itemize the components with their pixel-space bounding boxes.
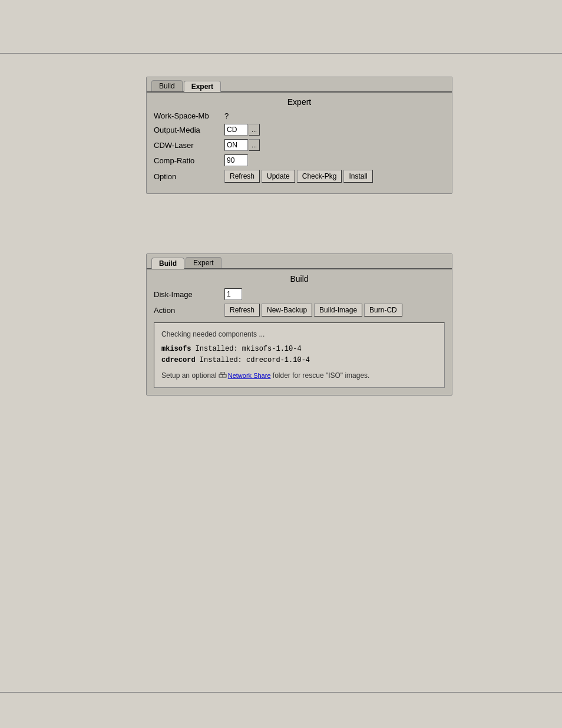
build-panel-content: Build Disk-Image Action Refresh New-Back…	[147, 269, 452, 395]
cdw-laser-label: CDW-Laser	[154, 141, 224, 150]
cdw-laser-btn[interactable]: ...	[249, 139, 260, 151]
output-media-btn[interactable]: ...	[249, 124, 260, 136]
tab-build-build[interactable]: Build	[151, 258, 184, 269]
expert-update-button[interactable]: Update	[262, 170, 295, 183]
build-output-area: Checking needed components ... mkisofs I…	[154, 322, 445, 388]
expert-panel-title: Expert	[154, 97, 445, 107]
output-media-input-group: ...	[224, 124, 260, 136]
cdrecord-cmd: cdrecord	[161, 356, 196, 364]
checking-text: Checking needed components ...	[161, 329, 437, 340]
network-share-label: Network Share	[228, 371, 271, 381]
output-media-input[interactable]	[224, 124, 248, 136]
workspace-value: ?	[224, 111, 229, 120]
expert-panel-content: Expert Work-Space-Mb ? Output-Media ... …	[147, 93, 452, 193]
tab-expert-build[interactable]: Expert	[186, 257, 222, 268]
build-button-row: Refresh New-Backup Build-Image Burn-CD	[224, 304, 404, 317]
expert-refresh-button[interactable]: Refresh	[224, 170, 260, 183]
output-media-label: Output-Media	[154, 126, 224, 134]
mkisofs-detail: Installed: mkisofs-1.10-4	[191, 345, 301, 353]
comp-ratio-label: Comp-Ratio	[154, 156, 224, 165]
setup-suffix: folder for rescue "ISO" images.	[271, 371, 370, 380]
cdw-laser-input-group: ...	[224, 139, 260, 151]
comp-ratio-row: Comp-Ratio	[154, 154, 445, 166]
svg-rect-1	[221, 372, 224, 374]
build-action-label: Action	[154, 306, 224, 315]
build-buildimage-button[interactable]: Build-Image	[314, 304, 362, 317]
expert-tab-row: Build Expert	[147, 77, 452, 93]
build-refresh-button[interactable]: Refresh	[224, 304, 260, 317]
setup-line: Setup an optional Network Share folder f…	[161, 370, 437, 381]
output-media-row: Output-Media ...	[154, 124, 445, 136]
cdw-laser-input[interactable]	[224, 139, 248, 151]
option-row: Option Refresh Update Check-Pkg Install	[154, 170, 445, 183]
cdrecord-line: cdrecord Installed: cdrecord-1.10-4	[161, 355, 437, 366]
comp-ratio-input[interactable]	[224, 154, 248, 166]
tab-build-expert[interactable]: Build	[151, 80, 183, 91]
tab-expert-expert[interactable]: Expert	[184, 81, 221, 92]
workspace-label: Work-Space-Mb	[154, 111, 224, 120]
build-tab-row: Build Expert	[147, 254, 452, 269]
top-divider	[0, 53, 562, 54]
build-panel: Build Expert Build Disk-Image Action Ref…	[146, 253, 452, 396]
build-panel-title: Build	[154, 274, 445, 284]
bottom-divider	[0, 692, 562, 693]
cdrecord-detail: Installed: cdrecord-1.10-4	[196, 356, 310, 364]
option-label: Option	[154, 172, 224, 181]
cdw-laser-row: CDW-Laser ...	[154, 139, 445, 151]
disk-image-row: Disk-Image	[154, 288, 445, 300]
build-burncd-button[interactable]: Burn-CD	[364, 304, 402, 317]
build-newbackup-button[interactable]: New-Backup	[262, 304, 312, 317]
expert-panel: Build Expert Expert Work-Space-Mb ? Outp…	[146, 77, 452, 194]
disk-image-label: Disk-Image	[154, 290, 224, 299]
disk-image-input[interactable]	[224, 288, 242, 300]
build-action-row: Action Refresh New-Backup Build-Image Bu…	[154, 304, 445, 317]
mkisofs-line: mkisofs Installed: mkisofs-1.10-4	[161, 344, 437, 355]
network-share-icon	[219, 371, 227, 381]
mkisofs-cmd: mkisofs	[161, 345, 191, 353]
option-button-row: Refresh Update Check-Pkg Install	[224, 170, 375, 183]
setup-prefix: Setup an optional	[161, 371, 219, 380]
workspace-row: Work-Space-Mb ?	[154, 111, 445, 120]
expert-checkpkg-button[interactable]: Check-Pkg	[297, 170, 342, 183]
network-share-link[interactable]: Network Share	[219, 371, 271, 381]
expert-install-button[interactable]: Install	[343, 170, 372, 183]
